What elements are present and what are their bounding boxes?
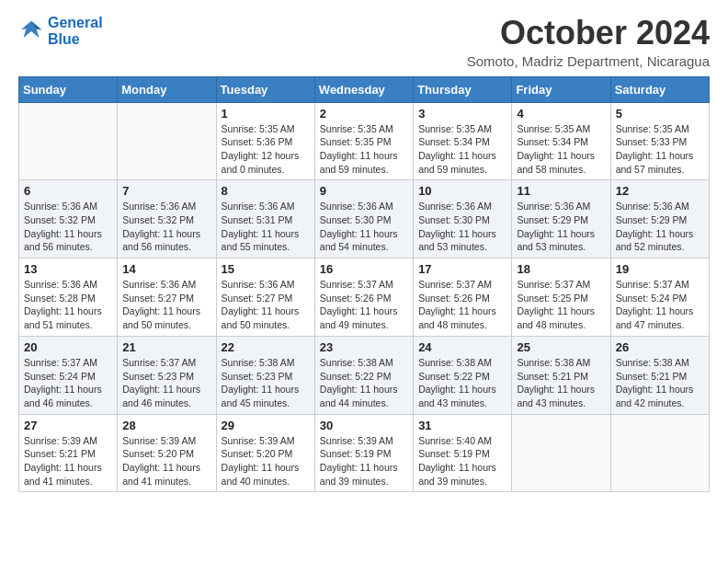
cell-info: Sunrise: 5:36 AMSunset: 5:31 PMDaylight:… — [222, 200, 310, 254]
cell-info: Sunrise: 5:36 AMSunset: 5:27 PMDaylight:… — [222, 278, 310, 332]
logo-general: General — [48, 15, 103, 30]
day-number: 27 — [24, 419, 112, 432]
day-number: 26 — [616, 340, 704, 354]
cell-info: Sunrise: 5:37 AMSunset: 5:24 PMDaylight:… — [616, 278, 704, 332]
calendar-cell: 21Sunrise: 5:37 AMSunset: 5:23 PMDayligh… — [118, 336, 216, 414]
calendar-week-1: 1Sunrise: 5:35 AMSunset: 5:36 PMDaylight… — [19, 102, 710, 180]
header-sunday: Sunday — [19, 76, 118, 102]
cell-info: Sunrise: 5:36 AMSunset: 5:29 PMDaylight:… — [616, 200, 704, 254]
cell-info: Sunrise: 5:35 AMSunset: 5:33 PMDaylight:… — [616, 122, 704, 177]
cell-info: Sunrise: 5:39 AMSunset: 5:19 PMDaylight:… — [320, 434, 408, 488]
calendar-cell: 5Sunrise: 5:35 AMSunset: 5:33 PMDaylight… — [610, 102, 709, 180]
cell-info: Sunrise: 5:36 AMSunset: 5:32 PMDaylight:… — [122, 200, 210, 254]
day-number: 9 — [320, 184, 408, 198]
cell-info: Sunrise: 5:37 AMSunset: 5:25 PMDaylight:… — [517, 278, 605, 332]
day-number: 24 — [418, 340, 506, 354]
cell-info: Sunrise: 5:37 AMSunset: 5:26 PMDaylight:… — [418, 278, 506, 332]
cell-info: Sunrise: 5:35 AMSunset: 5:35 PMDaylight:… — [320, 122, 408, 177]
calendar-cell — [118, 102, 216, 180]
cell-info: Sunrise: 5:36 AMSunset: 5:32 PMDaylight:… — [24, 200, 112, 254]
calendar-table: Sunday Monday Tuesday Wednesday Thursday… — [18, 76, 710, 493]
day-number: 22 — [222, 340, 310, 354]
day-number: 18 — [517, 262, 605, 276]
cell-info: Sunrise: 5:39 AMSunset: 5:20 PMDaylight:… — [122, 434, 210, 488]
calendar-cell: 30Sunrise: 5:39 AMSunset: 5:19 PMDayligh… — [314, 414, 413, 492]
calendar-cell: 7Sunrise: 5:36 AMSunset: 5:32 PMDaylight… — [118, 180, 216, 259]
day-number: 3 — [418, 107, 506, 121]
day-number: 17 — [418, 262, 506, 276]
header-friday: Friday — [512, 76, 610, 102]
svg-marker-0 — [21, 20, 41, 37]
cell-info: Sunrise: 5:38 AMSunset: 5:23 PMDaylight:… — [222, 356, 310, 410]
day-number: 21 — [122, 340, 210, 354]
calendar-cell: 26Sunrise: 5:38 AMSunset: 5:21 PMDayligh… — [610, 336, 709, 414]
page: General Blue October 2024 Somoto, Madriz… — [0, 0, 728, 507]
calendar-week-3: 13Sunrise: 5:36 AMSunset: 5:28 PMDayligh… — [19, 259, 710, 337]
day-number: 7 — [122, 184, 210, 198]
cell-info: Sunrise: 5:36 AMSunset: 5:27 PMDaylight:… — [122, 278, 210, 332]
calendar-cell: 1Sunrise: 5:35 AMSunset: 5:36 PMDaylight… — [216, 102, 314, 180]
calendar-cell: 13Sunrise: 5:36 AMSunset: 5:28 PMDayligh… — [19, 259, 118, 337]
cell-info: Sunrise: 5:40 AMSunset: 5:19 PMDaylight:… — [418, 434, 506, 488]
logo-blue: Blue — [48, 31, 103, 48]
calendar-cell — [610, 414, 709, 492]
header-tuesday: Tuesday — [216, 76, 314, 102]
day-number: 25 — [517, 340, 605, 354]
calendar-cell: 28Sunrise: 5:39 AMSunset: 5:20 PMDayligh… — [118, 414, 216, 492]
header-monday: Monday — [118, 76, 216, 102]
calendar-cell: 3Sunrise: 5:35 AMSunset: 5:34 PMDaylight… — [414, 102, 512, 180]
calendar-cell: 2Sunrise: 5:35 AMSunset: 5:35 PMDaylight… — [314, 102, 413, 180]
weekday-header-row: Sunday Monday Tuesday Wednesday Thursday… — [19, 76, 710, 102]
day-number: 1 — [222, 107, 310, 121]
logo-text: General Blue — [48, 15, 103, 47]
day-number: 19 — [616, 262, 704, 276]
day-number: 30 — [320, 419, 408, 432]
day-number: 12 — [616, 184, 704, 198]
day-number: 11 — [517, 184, 605, 198]
location-subtitle: Somoto, Madriz Department, Nicaragua — [467, 53, 710, 69]
calendar-cell: 20Sunrise: 5:37 AMSunset: 5:24 PMDayligh… — [19, 336, 118, 414]
cell-info: Sunrise: 5:36 AMSunset: 5:30 PMDaylight:… — [320, 200, 408, 254]
day-number: 8 — [222, 184, 310, 198]
header-thursday: Thursday — [414, 76, 512, 102]
calendar-cell: 10Sunrise: 5:36 AMSunset: 5:30 PMDayligh… — [414, 180, 512, 259]
day-number: 16 — [320, 262, 408, 276]
calendar-cell: 6Sunrise: 5:36 AMSunset: 5:32 PMDaylight… — [19, 180, 118, 259]
cell-info: Sunrise: 5:35 AMSunset: 5:34 PMDaylight:… — [418, 122, 506, 177]
logo: General Blue — [18, 15, 103, 47]
cell-info: Sunrise: 5:38 AMSunset: 5:21 PMDaylight:… — [517, 356, 605, 410]
calendar-cell: 16Sunrise: 5:37 AMSunset: 5:26 PMDayligh… — [314, 259, 413, 337]
calendar-cell: 11Sunrise: 5:36 AMSunset: 5:29 PMDayligh… — [512, 180, 610, 259]
title-block: October 2024 Somoto, Madriz Department, … — [467, 15, 710, 69]
day-number: 28 — [122, 419, 210, 432]
cell-info: Sunrise: 5:38 AMSunset: 5:22 PMDaylight:… — [418, 356, 506, 410]
calendar-cell: 9Sunrise: 5:36 AMSunset: 5:30 PMDaylight… — [314, 180, 413, 259]
calendar-cell — [19, 102, 118, 180]
calendar-week-5: 27Sunrise: 5:39 AMSunset: 5:21 PMDayligh… — [19, 414, 710, 492]
calendar-cell: 12Sunrise: 5:36 AMSunset: 5:29 PMDayligh… — [610, 180, 709, 259]
calendar-cell: 14Sunrise: 5:36 AMSunset: 5:27 PMDayligh… — [118, 259, 216, 337]
calendar-week-2: 6Sunrise: 5:36 AMSunset: 5:32 PMDaylight… — [19, 180, 710, 259]
day-number: 10 — [418, 184, 506, 198]
day-number: 20 — [24, 340, 112, 354]
calendar-cell — [512, 414, 610, 492]
day-number: 6 — [24, 184, 112, 198]
day-number: 23 — [320, 340, 408, 354]
cell-info: Sunrise: 5:36 AMSunset: 5:28 PMDaylight:… — [24, 278, 112, 332]
day-number: 5 — [616, 107, 704, 121]
cell-info: Sunrise: 5:38 AMSunset: 5:21 PMDaylight:… — [616, 356, 704, 410]
cell-info: Sunrise: 5:35 AMSunset: 5:36 PMDaylight:… — [222, 122, 310, 177]
calendar-cell: 17Sunrise: 5:37 AMSunset: 5:26 PMDayligh… — [414, 259, 512, 337]
day-number: 14 — [122, 262, 210, 276]
month-title: October 2024 — [467, 15, 710, 52]
cell-info: Sunrise: 5:37 AMSunset: 5:23 PMDaylight:… — [122, 356, 210, 410]
cell-info: Sunrise: 5:36 AMSunset: 5:30 PMDaylight:… — [418, 200, 506, 254]
logo-icon — [18, 18, 44, 44]
cell-info: Sunrise: 5:37 AMSunset: 5:26 PMDaylight:… — [320, 278, 408, 332]
day-number: 2 — [320, 107, 408, 121]
cell-info: Sunrise: 5:39 AMSunset: 5:20 PMDaylight:… — [222, 434, 310, 488]
header-saturday: Saturday — [610, 76, 709, 102]
calendar-cell: 27Sunrise: 5:39 AMSunset: 5:21 PMDayligh… — [19, 414, 118, 492]
day-number: 31 — [418, 419, 506, 432]
calendar-cell: 25Sunrise: 5:38 AMSunset: 5:21 PMDayligh… — [512, 336, 610, 414]
